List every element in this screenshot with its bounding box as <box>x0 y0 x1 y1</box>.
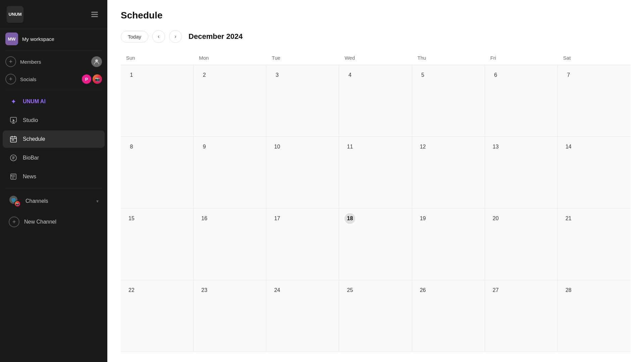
channels-label: Channels <box>25 198 48 204</box>
calendar-cell[interactable]: 28 <box>558 280 631 352</box>
app-logo: UN UM <box>7 6 23 23</box>
sidebar-item-schedule[interactable]: Schedule <box>3 130 105 148</box>
sidebar-toggle-button[interactable] <box>89 8 101 20</box>
prev-month-button[interactable]: ‹ <box>152 30 165 43</box>
calendar-day-number: 12 <box>418 141 428 152</box>
svg-point-3 <box>95 59 98 62</box>
calendar-day-number: 26 <box>418 285 428 296</box>
svg-rect-8 <box>13 139 14 140</box>
layout-icon <box>91 12 98 17</box>
workspace-label: My workspace <box>22 36 54 42</box>
calendar-day-number: 15 <box>126 213 137 224</box>
calendar-cell[interactable]: 1 <box>121 65 194 136</box>
calendar-day-number: 22 <box>126 285 137 296</box>
calendar-icon <box>9 134 18 144</box>
calendar-day-number: 13 <box>490 141 501 152</box>
svg-marker-5 <box>13 119 15 122</box>
calendar-day-number: 28 <box>563 285 574 296</box>
sidebar-logo-area: UN UM <box>0 0 107 29</box>
schedule-label: Schedule <box>23 136 45 142</box>
calendar-cell[interactable]: 23 <box>194 280 266 352</box>
today-button[interactable]: Today <box>121 31 148 43</box>
calendar-week-row: 1234567 <box>121 65 631 137</box>
calendar-body: 1234567891011121314151617181920212223242… <box>121 65 631 352</box>
calendar-cell[interactable]: 24 <box>266 280 339 352</box>
calendar-day-header: Sun <box>121 52 194 65</box>
calendar-cell[interactable]: 9 <box>194 137 266 208</box>
calendar-day-number: 14 <box>563 141 574 152</box>
new-channel-label: New Channel <box>24 219 56 225</box>
calendar-day-header: Tue <box>266 52 339 65</box>
sidebar-item-studio[interactable]: Studio <box>3 112 105 129</box>
calendar-cell[interactable]: 11 <box>339 137 412 208</box>
calendar-day-number: 24 <box>272 285 282 296</box>
sidebar-item-news[interactable]: News <box>3 168 105 185</box>
calendar-day-header: Thu <box>412 52 485 65</box>
calendar-cell[interactable]: 19 <box>412 208 485 280</box>
calendar-cell[interactable]: 17 <box>266 208 339 280</box>
social-icons: P 📷 <box>82 74 102 84</box>
calendar-day-number: 6 <box>490 70 501 80</box>
calendar-cell[interactable]: 18 <box>339 208 412 280</box>
add-socials-icon: + <box>5 74 16 84</box>
calendar-day-number: 17 <box>272 213 282 224</box>
sidebar: UN UM MW My workspace + Members <box>0 0 107 362</box>
calendar-cell[interactable]: 14 <box>558 137 631 208</box>
calendar-cell[interactable]: 10 <box>266 137 339 208</box>
chevron-down-icon: ▾ <box>96 198 99 204</box>
calendar-cell[interactable]: 6 <box>485 65 558 136</box>
news-icon <box>9 172 18 181</box>
sidebar-item-unum-ai[interactable]: ✦ UNUM AI <box>3 93 105 110</box>
workspace-item[interactable]: MW My workspace <box>0 29 107 49</box>
calendar-cell[interactable]: 12 <box>412 137 485 208</box>
new-channel-item[interactable]: + New Channel <box>3 213 105 231</box>
sidebar-item-biobar[interactable]: BioBar <box>3 149 105 167</box>
members-item[interactable]: + Members <box>0 53 107 70</box>
calendar-week-row: 22232425262728 <box>121 280 631 352</box>
calendar-cell[interactable]: 20 <box>485 208 558 280</box>
channel-sub-avatar: 📷 <box>14 200 21 207</box>
studio-label: Studio <box>23 117 38 123</box>
calendar-day-header: Mon <box>194 52 266 65</box>
calendar-day-number: 7 <box>563 70 574 80</box>
calendar-week-row: 15161718192021 <box>121 208 631 280</box>
next-month-button[interactable]: › <box>169 30 182 43</box>
calendar-cell[interactable]: 26 <box>412 280 485 352</box>
calendar-cell[interactable]: 13 <box>485 137 558 208</box>
calendar-day-header: Sat <box>558 52 631 65</box>
calendar-cell[interactable]: 8 <box>121 137 194 208</box>
calendar-cell[interactable]: 16 <box>194 208 266 280</box>
calendar-cell[interactable]: 2 <box>194 65 266 136</box>
svg-rect-7 <box>12 139 13 140</box>
calendar-cell[interactable]: 27 <box>485 280 558 352</box>
add-members-icon: + <box>5 56 16 67</box>
page-title: Schedule <box>121 10 631 21</box>
calendar-cell[interactable]: 7 <box>558 65 631 136</box>
member-avatar <box>91 56 102 67</box>
svg-rect-1 <box>91 14 98 15</box>
calendar-cell[interactable]: 3 <box>266 65 339 136</box>
socials-item[interactable]: + Socials P 📷 <box>0 70 107 88</box>
calendar-day-number: 19 <box>418 213 428 224</box>
calendar-cell[interactable]: 22 <box>121 280 194 352</box>
channels-item[interactable]: 🌐 📷 Channels ▾ <box>3 191 105 211</box>
calendar-day-number: 11 <box>344 141 355 152</box>
calendar-day-number: 27 <box>490 285 501 296</box>
calendar-cell[interactable]: 4 <box>339 65 412 136</box>
calendar-day-header: Wed <box>339 52 412 65</box>
calendar-cell[interactable]: 21 <box>558 208 631 280</box>
calendar-header-row: SunMonTueWedThuFriSat <box>121 52 631 65</box>
calendar-day-number: 3 <box>272 70 282 80</box>
biobar-icon <box>9 153 18 163</box>
calendar-cell[interactable]: 15 <box>121 208 194 280</box>
studio-icon <box>9 116 18 125</box>
members-label: Members <box>20 59 41 65</box>
calendar-day-number: 9 <box>199 141 210 152</box>
calendar-cell[interactable]: 25 <box>339 280 412 352</box>
calendar-grid: SunMonTueWedThuFriSat 123456789101112131… <box>121 52 631 352</box>
month-label: December 2024 <box>189 32 243 41</box>
divider-3 <box>5 188 102 188</box>
channels-avatar-stack: 🌐 📷 <box>9 195 21 207</box>
calendar-cell[interactable]: 5 <box>412 65 485 136</box>
add-channel-icon: + <box>9 217 19 227</box>
